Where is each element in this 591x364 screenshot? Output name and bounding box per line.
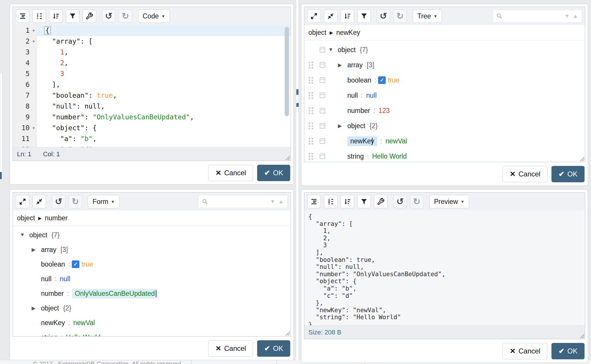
- collapse-all-button[interactable]: [324, 9, 337, 23]
- field-name[interactable]: object: [347, 122, 365, 130]
- expand-arrow-icon[interactable]: ▶: [32, 305, 41, 311]
- code-line[interactable]: "number": "OnlyValuesCanBeUpdated",: [37, 112, 291, 123]
- resize-handle[interactable]: [285, 155, 290, 160]
- drag-handle[interactable]: [307, 137, 315, 145]
- field-value[interactable]: true: [81, 260, 93, 268]
- context-menu-button[interactable]: [317, 107, 328, 114]
- cancel-button[interactable]: ✕Cancel: [208, 340, 253, 357]
- context-menu-button[interactable]: [317, 92, 328, 99]
- boolean-checkbox[interactable]: ✓: [72, 260, 79, 268]
- mode-select-code[interactable]: Code▼: [138, 9, 170, 23]
- code-line[interactable]: "a": "b",: [37, 133, 291, 144]
- code-lines[interactable]: { "array": [ 1, 2, 3 ], "boolean": true,…: [37, 25, 291, 147]
- code-line[interactable]: {: [37, 25, 291, 36]
- mode-select-form[interactable]: Form▼: [88, 195, 119, 208]
- resize-handle[interactable]: [579, 333, 584, 338]
- fold-toggle-icon[interactable]: ▼: [31, 123, 37, 133]
- code-line[interactable]: "boolean": true,: [37, 90, 291, 101]
- context-menu-button[interactable]: [317, 153, 328, 160]
- resize-handle[interactable]: [285, 331, 290, 336]
- transform-button[interactable]: [357, 195, 371, 208]
- field-name[interactable]: string: [347, 152, 364, 160]
- context-menu-button[interactable]: [317, 77, 328, 84]
- field-name[interactable]: number: [347, 107, 370, 115]
- field-value[interactable]: Hello World: [372, 152, 407, 160]
- compact-button[interactable]: [33, 9, 46, 23]
- field-value[interactable]: null: [366, 92, 377, 99]
- field-name[interactable]: null: [347, 92, 358, 99]
- sort-button[interactable]: [49, 9, 63, 23]
- field-name[interactable]: boolean: [347, 76, 371, 84]
- expand-arrow-icon[interactable]: ▶: [32, 247, 41, 253]
- gutter-line[interactable]: 2▼: [13, 36, 37, 47]
- field-name[interactable]: object: [41, 304, 59, 312]
- cancel-button[interactable]: ✕Cancel: [503, 166, 547, 182]
- gutter-line[interactable]: 10▼: [13, 123, 37, 133]
- code-line[interactable]: ],: [37, 79, 291, 90]
- redo-button[interactable]: ↻: [119, 9, 132, 23]
- gutter-line[interactable]: 6: [13, 79, 37, 90]
- gutter-line[interactable]: 4: [13, 58, 37, 68]
- expand-all-button[interactable]: [307, 9, 321, 23]
- field-value[interactable]: Hello World: [66, 334, 100, 336]
- field-name[interactable]: number: [41, 290, 64, 298]
- field-name[interactable]: object: [338, 46, 356, 54]
- sort-button[interactable]: [341, 9, 354, 23]
- boolean-checkbox[interactable]: ✓: [378, 76, 386, 84]
- drag-handle[interactable]: [307, 107, 315, 115]
- expand-arrow-icon[interactable]: ▶: [338, 62, 347, 68]
- redo-button[interactable]: ↻: [393, 9, 407, 23]
- gutter-line[interactable]: 11: [13, 133, 37, 144]
- field-name[interactable]: boolean: [41, 260, 65, 268]
- drag-handle[interactable]: [307, 152, 315, 160]
- collapse-all-button[interactable]: [33, 195, 46, 208]
- drag-handle[interactable]: [307, 92, 315, 99]
- expand-all-button[interactable]: [16, 195, 29, 208]
- ok-button[interactable]: ✔OK: [257, 340, 290, 357]
- transform-button[interactable]: [357, 9, 371, 23]
- fold-toggle-icon[interactable]: ▼: [31, 36, 37, 47]
- code-line[interactable]: "array": [: [37, 36, 291, 47]
- format-button[interactable]: [307, 195, 321, 208]
- search-previous-icon[interactable]: ▲: [573, 13, 579, 19]
- scrollbar-thumb[interactable]: [285, 27, 289, 116]
- redo-button[interactable]: ↻: [69, 195, 82, 208]
- breadcrumb-current[interactable]: newKey: [336, 29, 360, 37]
- field-value[interactable]: newVal: [385, 137, 407, 145]
- ok-button[interactable]: ✔OK: [551, 166, 585, 182]
- code-line[interactable]: 3: [37, 68, 291, 79]
- drag-handle[interactable]: [307, 76, 315, 84]
- field-name[interactable]: string: [41, 334, 57, 336]
- drag-handle[interactable]: [307, 122, 315, 130]
- field-name[interactable]: newKey: [41, 319, 65, 327]
- mode-select-tree[interactable]: Tree▼: [413, 9, 442, 23]
- code-line[interactable]: "object": {: [37, 123, 291, 133]
- sort-button[interactable]: [341, 195, 354, 208]
- field-value[interactable]: null: [60, 275, 70, 283]
- cancel-button[interactable]: ✕Cancel: [208, 165, 253, 181]
- field-name[interactable]: null: [41, 275, 52, 283]
- code-line[interactable]: 1,: [37, 47, 291, 58]
- field-name[interactable]: object: [29, 231, 47, 239]
- breadcrumb-current[interactable]: number: [45, 214, 68, 222]
- gutter-line[interactable]: 12: [13, 144, 37, 147]
- ok-button[interactable]: ✔OK: [551, 343, 585, 359]
- breadcrumb-root[interactable]: object: [308, 29, 326, 37]
- context-menu-button[interactable]: [317, 122, 328, 129]
- context-menu-button[interactable]: [317, 138, 328, 145]
- search-previous-icon[interactable]: ▲: [278, 198, 284, 205]
- search-next-icon[interactable]: ▼: [564, 13, 570, 19]
- collapse-arrow-icon[interactable]: ▼: [20, 232, 29, 238]
- search-next-icon[interactable]: ▼: [270, 198, 276, 205]
- search-input[interactable]: [211, 198, 267, 205]
- vertical-scrollbar[interactable]: [285, 26, 289, 146]
- gutter-line[interactable]: 5: [13, 68, 37, 79]
- field-name[interactable]: array: [347, 61, 363, 69]
- search-input[interactable]: [505, 13, 562, 20]
- code-line[interactable]: 2,: [37, 58, 291, 68]
- compact-button[interactable]: [324, 195, 337, 208]
- field-value[interactable]: OnlyValuesCanBeUpdated: [72, 289, 157, 298]
- code-line[interactable]: "null": null,: [37, 101, 291, 112]
- breadcrumb-root[interactable]: object: [17, 214, 35, 222]
- code-editing-area[interactable]: 1▼2▼345678910▼1112 { "array": [ 1, 2, 3 …: [13, 25, 291, 147]
